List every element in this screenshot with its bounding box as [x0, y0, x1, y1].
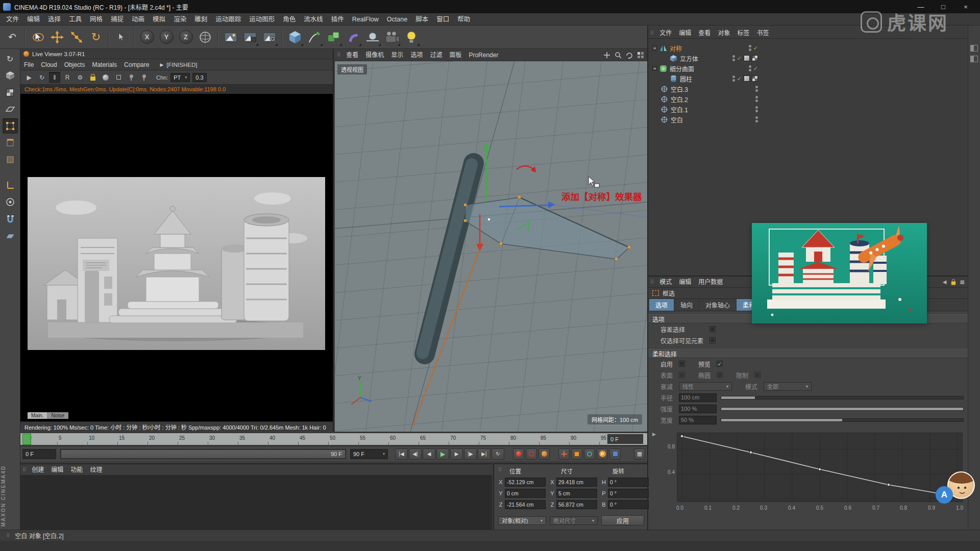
visibility-dots[interactable] — [755, 86, 758, 92]
menubar-item[interactable]: 插件 — [327, 13, 348, 26]
lv-restart-button[interactable]: ↻ — [36, 72, 47, 83]
render-settings-button[interactable] — [260, 28, 279, 47]
primitive-cube-button[interactable] — [286, 28, 304, 47]
tab-main[interactable]: Main. — [28, 412, 47, 419]
menubar-item[interactable]: 窗口 — [432, 13, 453, 26]
lv-material-picker-button[interactable] — [100, 72, 111, 83]
size-mode-dropdown[interactable]: 绝对尺寸▾ — [550, 516, 598, 525]
menubar-item[interactable]: 渲染 — [169, 13, 190, 26]
radius-slider[interactable] — [721, 396, 964, 399]
curve-preset-icon[interactable]: ▶ — [652, 432, 656, 437]
perspective-viewport[interactable]: ⠿ 查看 摄像机 显示 选项 过滤 面板 ProRender 透视视图 添加【对… — [335, 49, 647, 432]
tolerant-selection-checkbox[interactable] — [709, 326, 716, 332]
visibility-dots[interactable] — [732, 55, 735, 61]
object-row-sds[interactable]: 细分曲面 ✓ — [648, 63, 758, 73]
toggle-view-icon[interactable] — [637, 52, 644, 59]
visibility-dots[interactable] — [755, 116, 758, 122]
lv-menu-item[interactable]: Objects — [61, 59, 89, 70]
environment-button[interactable] — [363, 28, 382, 47]
live-selection-button[interactable] — [29, 28, 47, 47]
menubar-item[interactable]: 模拟 — [149, 13, 169, 26]
strength-slider[interactable] — [721, 407, 964, 411]
end-frame-dropdown[interactable]: 90 F ▾ — [350, 449, 388, 459]
enable-checkbox[interactable] — [679, 361, 685, 367]
zoom-view-icon[interactable] — [615, 52, 622, 59]
key-position-button[interactable] — [558, 448, 570, 460]
rotate-tool-button[interactable]: ↻ — [87, 28, 105, 47]
next-frame-button[interactable]: ▶ — [450, 448, 463, 460]
am-menu-item[interactable]: 模式 — [656, 277, 675, 288]
move-tool-button[interactable] — [48, 28, 66, 47]
om-menu-item[interactable]: 编辑 — [675, 28, 695, 39]
play-button[interactable]: ▶ — [436, 448, 449, 460]
channel-amount-field[interactable]: 0.3 — [192, 73, 206, 82]
workplane-mode-button[interactable] — [3, 102, 18, 117]
enabled-check-icon[interactable]: ✓ — [737, 76, 742, 82]
soft-selection-section-header[interactable]: 柔和选择 — [648, 349, 969, 358]
object-row-cylinder[interactable]: 圆柱 ✓ — [648, 73, 758, 84]
vp-menu-item[interactable]: 选项 — [407, 49, 426, 61]
keyframe-selection-button[interactable] — [538, 448, 550, 460]
timeline-layout-button[interactable]: ▦ — [634, 448, 645, 460]
ruler-frame-field[interactable]: 0 F — [607, 434, 643, 444]
enabled-check-icon[interactable]: ✓ — [737, 55, 742, 62]
visibility-dots[interactable] — [749, 45, 751, 51]
om-menu-item[interactable]: 标签 — [733, 28, 753, 39]
spline-pen-button[interactable] — [305, 28, 324, 47]
strength-field[interactable]: 100 % — [679, 405, 717, 413]
viewport-solo-button[interactable] — [3, 194, 18, 210]
render-to-pv-button[interactable] — [241, 28, 259, 47]
viewport-scene[interactable] — [335, 61, 647, 432]
dock-panel-icon[interactable] — [970, 45, 978, 52]
camera-button[interactable] — [383, 28, 401, 47]
visible-only-checkbox[interactable] — [709, 337, 716, 343]
z-axis-lock-button[interactable]: Z — [177, 28, 195, 47]
rotation-h-field[interactable]: 0 ° — [608, 478, 649, 487]
object-row-symmetry[interactable]: 对称 ✓ — [648, 43, 758, 53]
position-z-field[interactable]: -21.564 cm — [505, 500, 546, 509]
timeline-ruler[interactable]: 0 5 10 15 20 25 30 35 40 45 50 55 60 65 … — [20, 433, 647, 445]
vp-menu-item[interactable]: 面板 — [446, 49, 465, 61]
vp-menu-item[interactable]: 查看 — [342, 49, 362, 61]
lv-white-balance-button[interactable] — [113, 72, 124, 83]
rotation-p-field[interactable]: 0 ° — [608, 489, 649, 498]
light-button[interactable] — [402, 28, 421, 47]
om-menu-item[interactable]: 书签 — [753, 28, 772, 39]
limit-checkbox[interactable] — [754, 372, 761, 378]
lv-pause-button[interactable]: ‖ — [49, 72, 60, 83]
ellipse-checkbox[interactable] — [717, 372, 723, 378]
deformer-button[interactable] — [344, 28, 362, 47]
visibility-dots[interactable] — [749, 65, 751, 71]
lv-focus-picker-button[interactable] — [126, 72, 137, 83]
goto-start-button[interactable]: |◀ — [395, 448, 408, 460]
mat-menu-item[interactable]: 纹理 — [86, 464, 106, 475]
lock-icon[interactable] — [951, 282, 955, 285]
key-pla-button[interactable] — [609, 448, 621, 460]
lv-camera-pin-button[interactable] — [138, 72, 150, 83]
render-canvas[interactable]: Main. Noise — [20, 94, 333, 421]
snap-button[interactable] — [3, 211, 18, 227]
menubar-item[interactable]: 工具 — [65, 13, 86, 26]
menubar-item[interactable]: 捕捉 — [107, 13, 128, 26]
width-field[interactable]: 50 % — [679, 416, 717, 424]
tab-object-axis[interactable]: 对象轴心 — [699, 299, 737, 311]
falloff-curve-editor[interactable]: ▶ 0.8 0.4 0.0 0.1 0.2 0.3 0.4 — [648, 431, 969, 517]
scale-tool-button[interactable] — [67, 28, 86, 47]
lv-menu-item[interactable]: File — [20, 59, 37, 70]
om-menu-item[interactable]: 查看 — [695, 28, 714, 39]
menubar-item[interactable]: 流水线 — [300, 13, 327, 26]
key-parameter-button[interactable]: P — [597, 448, 608, 460]
preview-checkbox[interactable]: ✓ — [717, 361, 723, 367]
material-manager[interactable]: ⠿ 创建 编辑 功能 纹理 — [20, 463, 492, 530]
dock-panel-icon[interactable] — [970, 56, 978, 62]
pan-view-icon[interactable] — [603, 52, 610, 59]
vp-menu-item[interactable]: 摄像机 — [362, 49, 387, 61]
enable-axis-button[interactable] — [3, 178, 18, 193]
menubar-item[interactable]: 编辑 — [23, 13, 44, 26]
lv-settings-button[interactable]: ⚙ — [75, 72, 86, 83]
falloff-dropdown[interactable]: 线性 ▾ — [679, 382, 732, 391]
expander-icon[interactable] — [652, 66, 657, 71]
am-menu-item[interactable]: 编辑 — [675, 277, 695, 288]
expander-icon[interactable] — [652, 46, 657, 51]
menubar-item[interactable]: Octane — [383, 13, 411, 26]
